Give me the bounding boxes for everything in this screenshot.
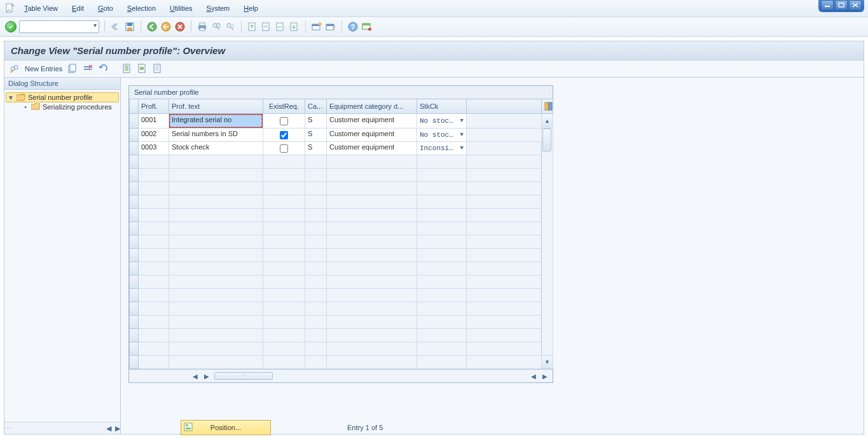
cell-stkck[interactable]: No stoc…▼ [417,131,466,139]
dropdown-icon[interactable]: ▼ [460,132,464,138]
table-row[interactable] [130,342,553,356]
prev-page-nav-icon[interactable] [261,21,272,32]
command-field[interactable] [19,20,99,33]
row-selector[interactable] [130,142,139,155]
column-config-icon[interactable] [542,99,553,114]
row-selector[interactable] [130,209,139,222]
row-selector[interactable] [130,182,139,195]
row-selector[interactable] [130,155,139,169]
minimize-button[interactable] [821,0,834,10]
table-row[interactable] [130,302,553,316]
delete-icon[interactable] [83,64,93,74]
hscroll-right-icon[interactable]: ▶ [203,372,210,380]
hscroll-track[interactable]: ⋯ [214,372,273,380]
cell-eqcat[interactable]: Customer equipment [327,142,417,155]
exit-icon[interactable] [160,21,172,32]
table-row[interactable] [130,329,553,342]
menu-table-view[interactable]: Table View [24,4,58,12]
select-block-icon[interactable] [137,64,148,74]
table-row[interactable]: 0002 Serial numbers in SD S Customer equ… [130,129,553,142]
cell-stkck[interactable]: Inconsi…▼ [417,144,466,152]
table-row[interactable]: ▼ [130,356,553,369]
row-selector[interactable] [130,316,139,329]
tree-resize-handle[interactable]: ⋯ [4,424,11,433]
select-all-icon[interactable] [122,64,132,74]
row-selector-header[interactable] [130,99,139,114]
table-row[interactable] [130,289,553,302]
row-selector[interactable] [130,195,139,209]
col-profl[interactable]: Profl. [139,99,169,114]
cell-eqcat[interactable]: Customer equipment [327,115,417,127]
change-display-icon[interactable] [10,64,20,74]
tree-scroll-left-icon[interactable]: ◀ [106,424,111,433]
row-selector[interactable] [130,169,139,182]
cell-existreq[interactable] [280,144,288,153]
row-selector[interactable] [130,289,139,302]
find-icon[interactable] [210,21,222,32]
save-icon[interactable] [124,21,135,32]
table-row[interactable] [130,195,553,209]
table-row[interactable] [130,275,553,289]
back-icon[interactable] [146,21,158,32]
enter-icon[interactable] [5,21,17,32]
row-selector[interactable] [130,114,139,129]
row-selector[interactable] [130,329,139,342]
dropdown-icon[interactable]: ▼ [460,118,464,124]
hscroll-left-icon[interactable]: ◀ [191,372,199,380]
cell-stkck[interactable]: No stoc…▼ [417,117,466,125]
table-row[interactable] [130,249,553,262]
next-page-nav-icon[interactable] [275,21,286,32]
table-row[interactable] [130,316,553,329]
cancel-icon[interactable] [174,21,186,32]
menu-system[interactable]: System [207,4,230,12]
row-selector[interactable] [130,249,139,262]
cell-proftext[interactable]: Serial numbers in SD [169,129,263,141]
col-eqcat[interactable]: Equipment category d... [327,99,417,114]
row-selector[interactable] [130,129,139,142]
session-menu-icon[interactable] [5,3,15,13]
cell-eqcat[interactable]: Customer equipment [327,129,417,141]
hscroll-right2-icon[interactable]: ▶ [541,372,549,380]
table-row[interactable] [130,222,553,235]
close-button[interactable] [849,0,862,10]
cell-cat[interactable]: S [305,115,326,127]
menu-goto[interactable]: Goto [98,4,113,12]
cell-proftext-selected[interactable]: Integrated serial no [170,115,262,127]
deselect-all-icon[interactable] [153,64,163,74]
undo-icon[interactable] [98,64,108,74]
row-selector[interactable] [130,222,139,235]
row-selector[interactable] [130,342,139,356]
first-page-nav-icon[interactable] [247,21,258,32]
row-selector[interactable] [130,262,139,275]
tree-node-serializing-procedures[interactable]: • Serializing procedures [6,102,119,111]
menu-utilities[interactable]: Utilities [170,4,192,12]
menu-edit[interactable]: Edit [72,4,84,12]
cell-proftext[interactable]: Stock check [169,142,263,155]
cell-profl[interactable]: 0002 [139,129,169,141]
last-page-nav-icon[interactable] [289,21,300,32]
tree-scroll-right-icon[interactable]: ▶ [115,424,120,433]
find-next-icon[interactable] [224,21,236,32]
cell-cat[interactable]: S [305,129,326,141]
new-entries-button[interactable]: New Entries [25,65,62,73]
row-selector[interactable] [130,235,139,249]
cell-existreq[interactable] [280,131,288,139]
layout-menu-icon[interactable] [361,21,373,32]
menu-help[interactable]: Help [244,4,258,12]
table-row[interactable] [130,262,553,275]
row-selector[interactable] [130,356,139,369]
hscroll-left2-icon[interactable]: ◀ [530,372,537,380]
table-row[interactable]: 0003 Stock check S Customer equipment In… [130,142,553,155]
tree-node-serial-profile[interactable]: ▼ Serial number profile [6,92,119,102]
row-selector[interactable] [130,275,139,289]
vscroll-thumb[interactable] [542,129,551,151]
new-session-icon[interactable] [311,21,322,32]
table-row[interactable] [130,182,553,195]
table-row[interactable] [130,235,553,249]
col-existreq[interactable]: ExistReq. [263,99,305,114]
cell-existreq[interactable] [280,117,288,125]
help-icon[interactable]: ? [347,21,359,32]
print-icon[interactable] [196,21,208,32]
col-stkck[interactable]: StkCk [417,99,467,114]
first-page-icon[interactable] [110,21,121,32]
